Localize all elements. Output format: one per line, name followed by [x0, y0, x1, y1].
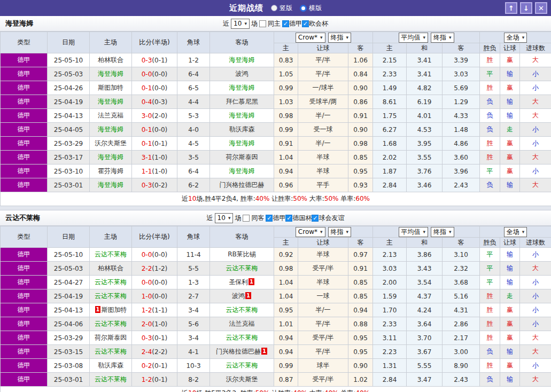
- average-line-select[interactable]: 终指▾: [431, 227, 454, 237]
- bookmaker-select[interactable]: Crow*▾: [296, 33, 325, 43]
- away-odds-cell: 1.48: [443, 123, 480, 137]
- fulltime-score: 1-1: [142, 168, 152, 175]
- col-header-date: 日期: [48, 226, 90, 248]
- match-row: 德甲25-03-01云达不莱梅1-2(0-1)8-2沃尔夫斯堡0.87受平/半1…: [1, 373, 551, 387]
- hcap-line-cell: 平/半: [298, 317, 348, 331]
- sub-header-odds-draw: 和: [407, 43, 443, 53]
- hcap-result: 输: [507, 112, 513, 119]
- average-select[interactable]: 平均值▾: [399, 227, 429, 237]
- scope-select[interactable]: 全场▾: [504, 33, 527, 43]
- same-venue-checkbox[interactable]: [243, 215, 250, 222]
- hcap-line-cell: 半/一: [298, 109, 348, 123]
- hcap-result-cell: 赢: [500, 359, 520, 373]
- hcap-away-odds: 0.86: [353, 98, 368, 106]
- corner-cell: 4-0: [177, 123, 210, 137]
- competition-checkbox[interactable]: ✓: [312, 215, 319, 222]
- col-header-score: 比分(半场): [132, 226, 177, 248]
- league-label: 德甲: [18, 84, 30, 91]
- result-group-header: 全场▾: [480, 32, 551, 43]
- date-cell: 25-03-08: [48, 359, 90, 373]
- home-team-cell: 云达不莱梅: [90, 373, 132, 387]
- match-row: 德甲25-03-15云达不莱梅2-4(2-2)4-1门兴格拉德巴赫10.94平/…: [1, 345, 551, 359]
- handicap-group-header: Crow*▾ 终指▾: [274, 32, 373, 43]
- match-count-select[interactable]: 10▾: [215, 213, 234, 223]
- hcap-away-odds: 0.97: [353, 251, 368, 258]
- match-date: 25-04-19: [54, 98, 83, 106]
- date-cell: 25-04-27: [48, 276, 90, 289]
- bookmaker-line-select[interactable]: 终指▾: [328, 33, 352, 43]
- halftime-score: (2-2): [152, 348, 167, 356]
- section-separator: [0, 206, 551, 210]
- corner-cell: 6-4: [177, 67, 210, 81]
- goals-result: 大: [532, 153, 539, 161]
- match-row: 德甲25-04-06云达不莱梅2-0(1-0)5-6法兰克福1.01平/半0.8…: [1, 317, 551, 331]
- col-header-away: 客场: [210, 32, 274, 53]
- hcap-line: 球半: [317, 362, 330, 369]
- home-odds-cell: 2.33: [373, 67, 407, 81]
- match-date: 25-05-03: [54, 70, 83, 78]
- hcap-result-cell: 走: [500, 289, 520, 303]
- move-up-button[interactable]: ↑: [505, 2, 517, 14]
- score-cell: 0-0(0-0): [132, 67, 177, 81]
- scope-select[interactable]: 全场▾: [504, 227, 527, 237]
- goals-result-cell: 小: [520, 289, 551, 303]
- hcap-line: 平/半: [315, 56, 330, 64]
- competition-checkbox[interactable]: ✓: [266, 215, 273, 222]
- date-cell: 25-03-01: [48, 373, 90, 387]
- date-cell: 25-04-13: [48, 303, 90, 317]
- competition-checkbox[interactable]: ✓: [302, 20, 309, 27]
- match-date: 25-05-10: [54, 251, 83, 258]
- competition-checkbox[interactable]: ✓: [285, 215, 292, 222]
- league-cell: 德甲: [1, 109, 48, 123]
- radio-selected-icon[interactable]: [300, 5, 307, 12]
- hcap-away-odds: 0.94: [353, 307, 368, 314]
- home-odds-cell: 1.68: [373, 137, 407, 151]
- bookmaker-select[interactable]: Crow*▾: [296, 227, 325, 237]
- home-odds-cell: 2.23: [373, 345, 407, 359]
- hcap-home-odds: 0.94: [279, 348, 293, 356]
- hcap-line: 半/一: [315, 306, 330, 313]
- halftime-score: (1-0): [152, 168, 167, 175]
- corner-cell: 1-2: [177, 53, 210, 67]
- bookmaker-line-select[interactable]: 终指▾: [328, 227, 352, 237]
- away-team-name: 沃尔夫斯堡: [226, 375, 258, 383]
- hcap-home-odds-cell: 0.94: [274, 164, 298, 178]
- radio-horizontal-layout[interactable]: 横版: [300, 4, 322, 13]
- home-team-name: 海登海姆: [98, 70, 123, 77]
- home-odds: 2.13: [383, 251, 397, 258]
- hcap-line: 受平/半: [312, 334, 333, 341]
- away-team-cell: 海登海姆: [210, 109, 274, 123]
- radio-vertical-layout[interactable]: 竖版: [271, 4, 292, 13]
- draw-odds: 3.67: [417, 348, 432, 356]
- hcap-line: 半球: [317, 278, 330, 286]
- summary-stat-label: 让胜率:: [269, 389, 293, 392]
- average-line-select[interactable]: 终指▾: [431, 33, 454, 43]
- home-team-name: 法兰克福: [98, 112, 123, 119]
- average-select[interactable]: 平均值▾: [399, 33, 429, 43]
- wdl-result-cell: 胜: [480, 359, 500, 373]
- hcap-home-odds: 0.96: [279, 182, 293, 189]
- home-team-cell: 柏林联合: [90, 262, 132, 276]
- same-venue-checkbox[interactable]: [259, 20, 266, 27]
- goals-result-cell: 小: [520, 67, 551, 81]
- away-odds-cell: 8.90: [443, 359, 480, 373]
- away-team-cell: 拜仁慕尼黑: [210, 95, 274, 109]
- home-odds: 1.59: [383, 293, 397, 300]
- hcap-away-odds: 1.06: [353, 57, 368, 64]
- radio-unselected-icon[interactable]: [271, 5, 277, 11]
- match-date: 25-03-29: [54, 334, 83, 342]
- goals-result-cell: 小: [520, 137, 551, 151]
- wdl-result-cell: 平: [480, 248, 500, 262]
- wdl-result: 胜: [487, 334, 493, 341]
- competition-checkbox[interactable]: ✓: [282, 20, 289, 27]
- draw-odds-cell: 4.53: [407, 123, 443, 137]
- date-cell: 25-05-03: [48, 262, 90, 276]
- draw-odds: 3.70: [417, 334, 432, 342]
- away-odds-cell: 2.32: [443, 262, 480, 276]
- close-button[interactable]: ✕: [535, 2, 547, 14]
- wdl-result: 负: [487, 181, 493, 189]
- match-date: 25-04-13: [54, 307, 83, 314]
- match-count-select[interactable]: 10▾: [231, 19, 250, 29]
- goals-result-cell: 大: [520, 331, 551, 345]
- move-down-button[interactable]: ↓: [520, 2, 532, 14]
